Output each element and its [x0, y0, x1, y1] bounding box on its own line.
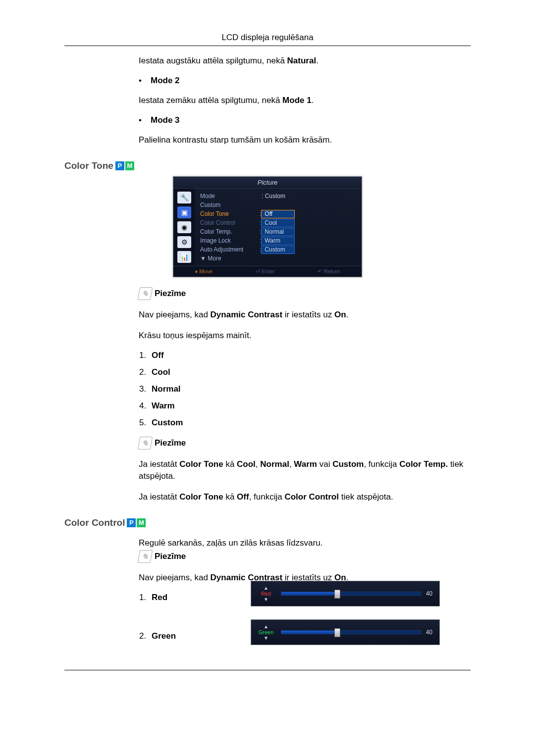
text: Nav pieejams, kad [139, 310, 211, 319]
osd-option[interactable]: Custom [261, 246, 295, 254]
osd-option[interactable]: Off [261, 210, 295, 218]
osd-option[interactable]: Cool [261, 219, 295, 227]
text-bold: Mode 1 [282, 96, 312, 105]
text-bold: On [334, 573, 346, 582]
badge-p-icon: P [115, 161, 124, 170]
osd-option[interactable]: Warm [261, 237, 295, 245]
text: ir iestatīts uz [282, 310, 334, 319]
mode3-desc: Palielina kontrastu starp tumšām un košā… [139, 134, 471, 146]
not-available-line: Nav pieejams, kad Dynamic Contrast ir ie… [139, 309, 471, 321]
note-label: Piezīme [155, 438, 186, 448]
list-item: Off [149, 351, 471, 360]
text-bold: Off [237, 492, 249, 502]
osd-label: Color Control [200, 219, 260, 226]
color-control-desc: Regulē sarkanās, zaļās un zilās krāsas l… [139, 537, 471, 549]
osd-label: Mode [200, 193, 260, 200]
list-item: Warm [149, 401, 471, 411]
text-bold: Normal [260, 459, 289, 469]
note2-line: Ja iestatāt Color Tone kā Cool, Normal, … [139, 458, 471, 482]
section-title-text: Color Tone [64, 160, 113, 171]
osd-side-icon[interactable]: ▣ [177, 206, 191, 218]
opt-warm: Warm [152, 401, 175, 410]
opt-custom: Custom [152, 418, 183, 427]
slider-value: 40 [426, 629, 432, 636]
arrow-down-icon[interactable]: ▼ [251, 635, 281, 641]
osd-row[interactable]: Mode: Custom [200, 192, 360, 201]
mode2-desc: Iestata zemāku attēla spilgtumu, nekā Mo… [139, 95, 471, 106]
change-tones-line: Krāsu toņus iespējams mainīt. [139, 330, 471, 342]
osd-picture-menu: Picture 🔧 ▣ ◉ ⚙ 📊 Mode: Custom Custom Co… [173, 176, 362, 277]
osd-row-more[interactable]: ▼ More [200, 254, 360, 263]
osd-row[interactable]: Color Control: Cool [200, 218, 360, 227]
opt-off: Off [152, 351, 164, 360]
divider [64, 670, 471, 670]
intro-natural-line: Iestata augstāku attēla spilgtumu, nekā … [139, 55, 471, 67]
slider-thumb[interactable] [334, 628, 340, 637]
slider-fill [281, 592, 337, 595]
osd-foot-enter: ⏎ Enter [256, 268, 274, 275]
osd-foot-move: ♦ Move [195, 268, 213, 275]
text-bold: Color Control [284, 492, 339, 502]
text-bold: Color Temp. [399, 459, 448, 469]
osd-label: Auto Adjustment [200, 246, 260, 253]
osd-row[interactable]: Image Lock: Warm [200, 236, 360, 245]
osd-title: Picture [173, 177, 362, 189]
section-color-tone: Color Tone P M [64, 160, 471, 171]
slider-label-col: ▲ Green ▼ [251, 624, 281, 641]
note-row: ✎ Piezīme [139, 287, 471, 300]
osd-row-selected[interactable]: Color Tone: Off [200, 209, 360, 218]
list-item: Custom [149, 418, 471, 428]
item-green-label: Green [152, 631, 176, 641]
osd-value: : Custom [260, 193, 360, 200]
color-tone-options: Off Cool Normal Warm Custom [139, 351, 471, 428]
text: kā [223, 459, 237, 469]
arrow-up-icon[interactable]: ▲ [251, 585, 281, 591]
pm-badge: P M [115, 161, 134, 170]
slider-thumb[interactable] [334, 590, 340, 599]
arrow-up-icon[interactable]: ▲ [251, 624, 281, 629]
bullet-dot: • [139, 115, 151, 125]
text: , funkcija [364, 459, 399, 469]
slider-green: ▲ Green ▼ 40 [251, 619, 440, 645]
text-bold: Color Tone [179, 492, 223, 502]
text: vai [317, 459, 332, 469]
bullet-dot: • [139, 76, 151, 86]
list-item-green: Green ▲ Green ▼ 40 [149, 631, 471, 645]
slider-track[interactable] [281, 630, 421, 634]
osd-option[interactable]: Normal [261, 228, 295, 236]
mode2-label: Mode 2 [151, 76, 180, 86]
text-bold: On [334, 310, 346, 319]
osd-row[interactable]: Custom [200, 201, 360, 209]
slider-value: 40 [426, 590, 432, 597]
osd-row[interactable]: Auto Adjustment: Custom [200, 245, 360, 254]
slider-track[interactable] [281, 592, 421, 596]
note3-line: Ja iestatāt Color Tone kā Off, funkcija … [139, 491, 471, 503]
note-label: Piezīme [155, 289, 186, 299]
arrow-down-icon[interactable]: ▼ [251, 597, 281, 602]
osd-side-icon[interactable]: 🔧 [177, 192, 191, 203]
item-red-label: Red [152, 593, 167, 602]
mode2-bullet: • Mode 2 [139, 76, 471, 86]
text-bold: Cool [237, 459, 256, 469]
opt-normal: Normal [152, 384, 181, 394]
list-item-red: Red ▲ Red ▼ 40 [149, 593, 471, 606]
osd-label: Image Lock [200, 237, 260, 244]
osd-side-icon[interactable]: ⚙ [177, 236, 191, 248]
osd-side-icon[interactable]: ◉ [177, 221, 191, 233]
text: tiek atspējota. [339, 492, 393, 502]
section-color-control: Color Control P M [64, 517, 471, 528]
note-icon: ✎ [138, 437, 153, 450]
color-control-list: Red ▲ Red ▼ 40 [139, 593, 471, 645]
osd-label: Color Temp. [200, 228, 260, 235]
osd-row[interactable]: Color Temp.: Normal [200, 227, 360, 236]
badge-m-icon: M [125, 161, 134, 170]
divider [64, 46, 471, 46]
text: Iestata augstāku attēla spilgtumu, nekā [139, 56, 287, 65]
text-bold: Natural [287, 56, 317, 65]
note-icon: ✎ [138, 287, 153, 300]
section-title-text: Color Control [64, 517, 125, 528]
osd-side-icon[interactable]: 📊 [177, 251, 191, 263]
osd-label: ▼ More [200, 255, 260, 262]
note-row: ✎ Piezīme [139, 550, 471, 563]
text-bold: Custom [332, 459, 364, 469]
